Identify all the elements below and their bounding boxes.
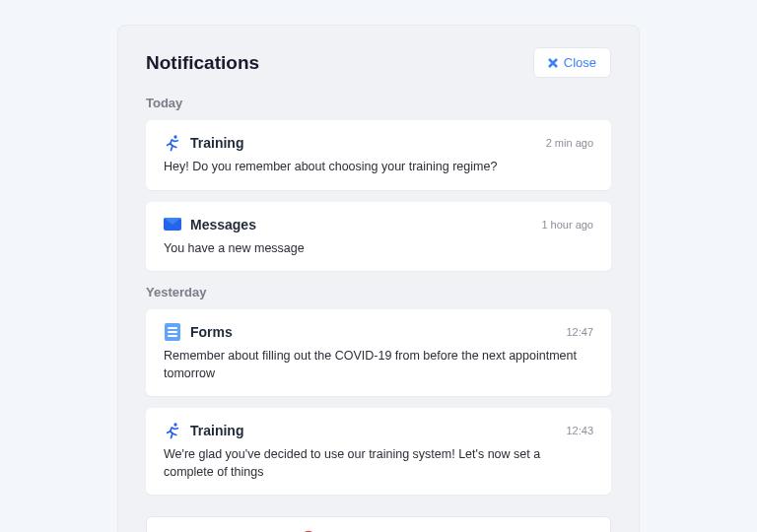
envelope-icon — [164, 216, 181, 233]
card-timestamp: 12:47 — [566, 326, 593, 338]
form-icon — [164, 323, 181, 341]
close-label: Close — [564, 55, 596, 70]
card-title: Forms — [190, 324, 233, 340]
running-icon — [164, 422, 181, 439]
card-title: Training — [190, 423, 243, 438]
close-button[interactable]: Close — [533, 47, 611, 78]
notifications-panel: Notifications Close Today Training 2 min… — [117, 25, 640, 532]
clear-all-button[interactable]: Clear all notifications — [146, 516, 611, 532]
card-timestamp: 1 hour ago — [541, 219, 593, 231]
card-header: Training 12:43 — [164, 422, 593, 439]
card-header: Messages 1 hour ago — [164, 216, 593, 233]
card-header: Training 2 min ago — [164, 134, 593, 152]
section-today-label: Today — [146, 96, 611, 110]
page-title: Notifications — [146, 52, 259, 74]
card-body: Hey! Do you remember about choosing your… — [164, 159, 593, 176]
notification-card[interactable]: Messages 1 hour ago You have a new messa… — [146, 202, 611, 272]
card-header: Forms 12:47 — [164, 323, 593, 341]
card-title: Messages — [190, 217, 256, 233]
panel-header: Notifications Close — [146, 47, 611, 78]
running-icon — [164, 134, 181, 152]
card-body: We're glad you've decided to use our tra… — [164, 446, 593, 481]
card-body: You have a new message — [164, 240, 593, 258]
notification-card[interactable]: Training 12:43 We're glad you've decided… — [146, 408, 611, 495]
section-yesterday-label: Yesterday — [146, 285, 611, 299]
card-title: Training — [190, 135, 243, 151]
card-timestamp: 2 min ago — [546, 137, 593, 149]
close-icon — [548, 58, 558, 68]
card-timestamp: 12:43 — [566, 425, 593, 436]
svg-point-1 — [173, 423, 176, 426]
svg-point-0 — [173, 135, 176, 138]
notification-card[interactable]: Training 2 min ago Hey! Do you remember … — [146, 120, 611, 190]
card-body: Remember about filling out the COVID-19 … — [164, 348, 593, 382]
notification-card[interactable]: Forms 12:47 Remember about filling out t… — [146, 309, 611, 396]
